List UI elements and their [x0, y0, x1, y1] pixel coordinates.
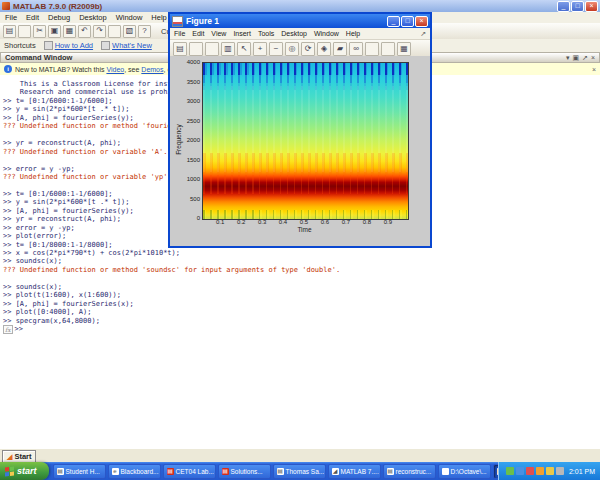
- taskbar-button-icon: [442, 468, 449, 475]
- taskbar-button[interactable]: ▤ Thomas Sa...: [273, 464, 326, 479]
- minimize-icon[interactable]: _: [557, 1, 570, 12]
- taskbar-button[interactable]: ▤ Solutions...: [218, 464, 271, 479]
- zoom-in-icon[interactable]: +: [253, 42, 267, 56]
- windows-start-button[interactable]: start: [0, 462, 49, 480]
- y-tick-label: 3000: [187, 98, 200, 104]
- tray-icon[interactable]: [536, 467, 544, 475]
- desktop: MATLAB 7.9.0 (R2009b) _ □ × FileEditDebu…: [0, 0, 600, 480]
- plot-tools-icon[interactable]: ▦: [397, 42, 411, 56]
- new-figure-icon[interactable]: ▤: [173, 42, 187, 56]
- tray-icon[interactable]: [546, 467, 554, 475]
- notice-close-icon[interactable]: ×: [592, 66, 596, 73]
- menu-item[interactable]: Debug: [48, 13, 70, 22]
- restore-icon[interactable]: □: [401, 16, 414, 27]
- menu-item[interactable]: File: [174, 30, 185, 37]
- simulink-icon[interactable]: [108, 25, 121, 38]
- command-line: >> soundsc(x);: [3, 257, 600, 265]
- windows-taskbar: start ▤ Student H... e Blackboard... ▤ C…: [0, 462, 600, 480]
- close-icon[interactable]: ×: [591, 54, 595, 62]
- menu-item[interactable]: Insert: [233, 30, 251, 37]
- shortcut-icon: [101, 41, 110, 50]
- matlab-start-button[interactable]: ◢ Start: [2, 450, 36, 463]
- undo-icon[interactable]: ↶: [78, 25, 91, 38]
- spectrogram-energy-band: [203, 175, 408, 194]
- menu-item[interactable]: Window: [314, 30, 339, 37]
- shortcut-link[interactable]: What's New: [101, 41, 152, 50]
- data-cursor-icon[interactable]: ◈: [317, 42, 331, 56]
- menu-item[interactable]: Help: [346, 30, 360, 37]
- x-tick-label: 0.9: [384, 219, 392, 225]
- command-window-title: Command Window: [5, 53, 72, 62]
- cut-icon[interactable]: ✂: [33, 25, 46, 38]
- matlab-start-icon: ◢: [7, 453, 12, 460]
- tray-icon[interactable]: [556, 467, 564, 475]
- info-icon: i: [4, 65, 12, 73]
- restore-icon[interactable]: □: [571, 1, 584, 12]
- menu-item[interactable]: Window: [116, 13, 143, 22]
- menu-item[interactable]: Desktop: [79, 13, 107, 22]
- copy-icon[interactable]: ▣: [48, 25, 61, 38]
- open-folder-icon[interactable]: [18, 25, 31, 38]
- menu-item[interactable]: Desktop: [281, 30, 307, 37]
- menu-item[interactable]: Help: [151, 13, 166, 22]
- command-line: >> plot(t(1:600), x(1:600));: [3, 291, 600, 299]
- print-figure-icon[interactable]: ▥: [221, 42, 235, 56]
- menu-item[interactable]: View: [211, 30, 226, 37]
- taskbar-button-icon: ▤: [277, 468, 284, 475]
- matlab-title-bar[interactable]: MATLAB 7.9.0 (R2009b) _ □ ×: [0, 0, 600, 12]
- taskbar-button-icon: ◢: [332, 468, 339, 475]
- menu-item[interactable]: Edit: [192, 30, 204, 37]
- edit-plot-icon[interactable]: ↖: [237, 42, 251, 56]
- taskbar-button-icon: ▤: [222, 468, 229, 475]
- notice-text: Video: [106, 66, 124, 73]
- legend-icon[interactable]: [381, 42, 395, 56]
- menu-item[interactable]: Edit: [26, 13, 39, 22]
- dock-icon[interactable]: ▣: [572, 54, 579, 62]
- taskbar-button[interactable]: ◢ MATLAB 7....: [328, 464, 381, 479]
- brush-icon[interactable]: ▰: [333, 42, 347, 56]
- notice-text: New to MATLAB? Watch this: [15, 66, 106, 73]
- x-tick-label: 0.8: [363, 219, 371, 225]
- y-tick-label: 3500: [187, 79, 200, 85]
- menu-item[interactable]: Tools: [258, 30, 274, 37]
- menu-arrow-icon[interactable]: ▾: [566, 54, 570, 62]
- taskbar-button[interactable]: D:\Octave\...: [438, 464, 491, 479]
- redo-icon[interactable]: ↷: [93, 25, 106, 38]
- taskbar-button[interactable]: ▤ reconstruc...: [383, 464, 436, 479]
- function-hints-button[interactable]: fx: [3, 325, 13, 334]
- shortcut-link[interactable]: How to Add: [44, 41, 93, 50]
- dock-figure-icon[interactable]: ↗: [420, 30, 426, 38]
- figure-app-icon: [172, 16, 183, 27]
- undock-icon[interactable]: ↗: [582, 54, 588, 62]
- rotate-3d-icon[interactable]: ⟳: [301, 42, 315, 56]
- x-axis-ticks: 0.10.20.30.40.50.60.70.80.9: [216, 219, 392, 225]
- new-script-icon[interactable]: ▤: [3, 25, 16, 38]
- save-figure-icon[interactable]: [205, 42, 219, 56]
- paste-icon[interactable]: ▦: [63, 25, 76, 38]
- colorbar-icon[interactable]: [365, 42, 379, 56]
- notice-text: Demos: [141, 66, 163, 73]
- close-icon[interactable]: ×: [585, 1, 598, 12]
- figure-window[interactable]: Figure 1 _ □ × FileEditViewInsertToolsDe…: [168, 12, 432, 248]
- taskbar-button[interactable]: ▤ CET04 Lab...: [163, 464, 216, 479]
- open-file-icon[interactable]: [189, 42, 203, 56]
- help-icon[interactable]: ?: [138, 25, 151, 38]
- minimize-icon[interactable]: _: [387, 16, 400, 27]
- zoom-out-icon[interactable]: −: [269, 42, 283, 56]
- matlab-status-bar: ◢ Start: [0, 448, 600, 463]
- menu-item[interactable]: File: [5, 13, 17, 22]
- taskbar-button[interactable]: e Blackboard...: [108, 464, 161, 479]
- tray-icon[interactable]: [516, 467, 524, 475]
- spectrogram-plot[interactable]: [202, 62, 409, 220]
- taskbar-button[interactable]: ▤ Student H...: [53, 464, 106, 479]
- x-tick-label: 0.2: [237, 219, 245, 225]
- command-prompt[interactable]: >>: [15, 325, 23, 333]
- tray-icon[interactable]: [506, 467, 514, 475]
- figure-title-bar[interactable]: Figure 1 _ □ ×: [170, 14, 430, 28]
- guide-icon[interactable]: ▧: [123, 25, 136, 38]
- pan-icon[interactable]: ◎: [285, 42, 299, 56]
- tray-icon[interactable]: [526, 467, 534, 475]
- close-icon[interactable]: ×: [415, 16, 428, 27]
- taskbar-button-icon: ▤: [167, 468, 174, 475]
- link-plot-icon[interactable]: ∞: [349, 42, 363, 56]
